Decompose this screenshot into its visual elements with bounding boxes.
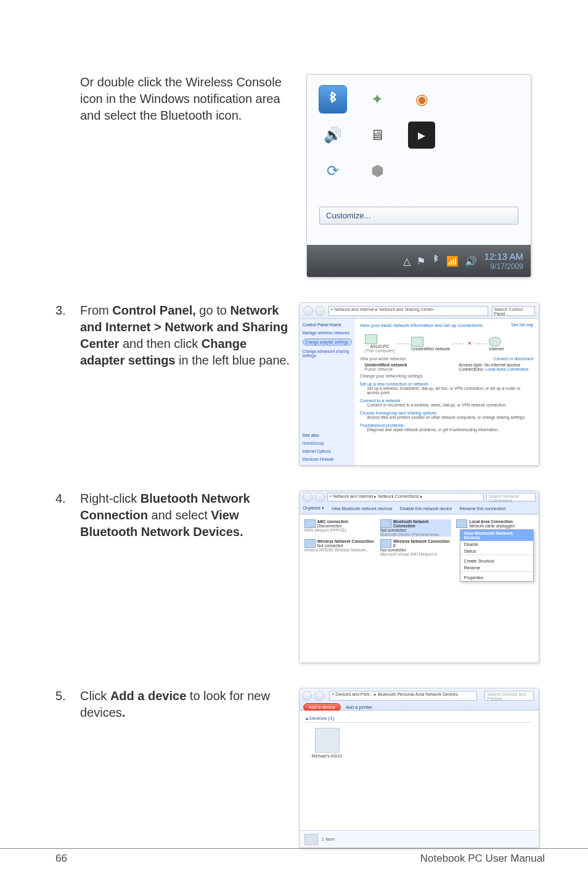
link-troubleshoot[interactable]: Troubleshoot problems xyxy=(360,423,534,427)
view-title: View your basic network information and … xyxy=(360,323,483,328)
ctx-disable[interactable]: Disable xyxy=(460,541,533,548)
device-icon xyxy=(315,728,340,753)
sync-icon[interactable]: ⟳ xyxy=(319,157,346,184)
connection-abc[interactable]: ABC connectionDisconnectedWAN Miniport (… xyxy=(304,519,375,532)
change-settings-header: Change your networking settings xyxy=(360,374,534,378)
gray-icon[interactable]: ⬢ xyxy=(364,157,391,184)
troubleshoot-desc: Diagnose and repair network problems, or… xyxy=(367,427,534,432)
left-pane: Control Panel Home Manage wireless netwo… xyxy=(300,319,355,465)
address-bar[interactable]: « Devices and Print... ▸ Bluetooth Perso… xyxy=(329,691,477,701)
ctx-rename[interactable]: Rename xyxy=(460,564,533,571)
monitor-icon[interactable]: 🖥 xyxy=(364,122,391,149)
taskbar-clock[interactable]: 12:13 AM 9/17/2009 xyxy=(484,251,523,271)
network-name: Unidentified network xyxy=(365,363,407,367)
rename-connection-tool[interactable]: Rename this connection xyxy=(459,506,505,511)
organize-menu[interactable]: Organize ▾ xyxy=(303,506,324,511)
step5-text: Click Add a device to look for new devic… xyxy=(80,688,293,721)
map-internet-icon xyxy=(489,337,501,347)
address-bar[interactable]: « Network and Internet ▸ Network and Sha… xyxy=(329,306,488,316)
see-also-header: See also xyxy=(303,433,352,437)
ctx-create-shortcut[interactable]: Create Shortcut xyxy=(460,558,533,564)
link-connect-network[interactable]: Connect to a network xyxy=(360,398,534,403)
disable-device-tool[interactable]: Disable this network device xyxy=(400,506,452,511)
clock-time: 12:13 AM xyxy=(484,251,523,262)
page-number: 66 xyxy=(55,852,67,865)
screenshot-network-sharing-center: « Network and Internet ▸ Network and Sha… xyxy=(299,302,539,466)
connection-wifi[interactable]: Wireless Network ConnectionNot connected… xyxy=(304,539,375,552)
link-setup-connection[interactable]: Set up a new connection or network xyxy=(360,382,534,386)
setup-connection-desc: Set up a wireless, broadband, dial-up, a… xyxy=(367,386,534,395)
step5-number: 5. xyxy=(55,688,80,721)
bluetooth-icon[interactable] xyxy=(319,86,346,113)
tray-chevron-icon[interactable]: △ xyxy=(403,255,410,267)
connection-wifi2[interactable]: Wireless Network Connection 2Not connect… xyxy=(380,539,451,556)
media-icon[interactable]: ▸ xyxy=(408,122,435,149)
taskbar: △ ⚑ 📶 🔊 12:13 AM 9/17/2009 xyxy=(307,245,531,277)
map-disconnect-icon: ✕ xyxy=(468,341,472,346)
screenshot-devices: « Devices and Print... ▸ Bluetooth Perso… xyxy=(299,688,539,848)
context-menu: View Bluetooth Network Devices Disable S… xyxy=(460,529,534,582)
link-homegroup-sharing[interactable]: Choose homegroup and sharing options xyxy=(360,411,534,415)
network-map: ASUS-PC(This computer) Unidentified netw… xyxy=(365,334,504,353)
step3-number: 3. xyxy=(55,302,80,369)
back-button[interactable] xyxy=(303,306,313,316)
tray-network-icon[interactable]: 📶 xyxy=(446,255,459,267)
add-printer-button[interactable]: Add a printer xyxy=(346,704,372,710)
address-bar[interactable]: « Network and Internet ▸ Network Connect… xyxy=(327,493,484,501)
volume-icon[interactable]: 🔊 xyxy=(319,122,346,149)
ctx-view-bt-devices[interactable]: View Bluetooth Network Devices xyxy=(460,530,533,541)
step4-number: 4. xyxy=(55,490,80,540)
map-pc-icon xyxy=(365,334,377,344)
link-windows-firewall[interactable]: Windows Firewall xyxy=(303,457,352,461)
view-bt-devices-tool[interactable]: View Bluetooth network devices xyxy=(332,506,393,511)
link-change-adapter-settings[interactable]: Change adapter settings xyxy=(303,339,352,345)
forward-button[interactable] xyxy=(314,691,324,701)
step3-text: From Control Panel, go to Network and In… xyxy=(80,302,293,369)
connect-disconnect-link[interactable]: Connect or disconnect xyxy=(494,357,534,361)
screenshot-network-connections: « Network and Internet ▸ Network Connect… xyxy=(299,490,539,663)
link-homegroup[interactable]: HomeGroup xyxy=(303,441,352,445)
forward-button[interactable] xyxy=(315,306,325,316)
link-change-sharing[interactable]: Change advanced sharing settings xyxy=(303,349,352,358)
homegroup-desc: Access files and printers located on oth… xyxy=(367,415,534,419)
footer-item-count: 1 item xyxy=(322,836,335,842)
search-box[interactable]: Search Devices and Printers xyxy=(484,691,534,701)
see-full-map-link[interactable]: See full map xyxy=(511,323,533,332)
forward-button[interactable] xyxy=(315,492,325,502)
footer-thumb-icon xyxy=(304,834,318,845)
connection-bluetooth[interactable]: Bluetooth Network ConnectionNot connecte… xyxy=(380,519,451,537)
manual-title: Notebook PC User Manual xyxy=(420,852,545,865)
map-network-icon xyxy=(411,337,423,347)
ctx-properties[interactable]: Properties xyxy=(460,574,533,581)
active-networks-header: View your active networks xyxy=(360,357,406,361)
link-manage-wireless[interactable]: Manage wireless networks xyxy=(303,331,352,335)
tray-volume-icon[interactable]: 🔊 xyxy=(465,255,477,267)
search-box[interactable]: Search Control Panel xyxy=(492,306,535,316)
tray-flag-icon[interactable]: ⚑ xyxy=(417,255,425,267)
clock-date: 9/17/2009 xyxy=(484,262,523,271)
devices-section-header[interactable]: ▴ Devices (1) xyxy=(306,716,533,723)
intro-text: Or double click the Wireless Console ico… xyxy=(80,75,282,122)
device-name: Michael's ASUS xyxy=(312,754,343,758)
ctx-status[interactable]: Status xyxy=(460,548,533,555)
search-box[interactable]: Search Network Connections xyxy=(486,493,536,501)
local-area-connection-link[interactable]: Local Area Connection xyxy=(485,367,528,371)
connect-network-desc: Connect or reconnect to a wireless, wire… xyxy=(367,403,534,407)
tray-bluetooth-icon[interactable] xyxy=(431,255,440,267)
screenshot-tray-popup: ✦ ◉ 🔊 🖥 ▸ ⟳ ⬢ Customize... △ ⚑ xyxy=(306,74,531,278)
device-item[interactable]: Michael's ASUS xyxy=(306,728,349,758)
link-internet-options[interactable]: Internet Options xyxy=(303,449,352,453)
connection-lan[interactable]: Local Area ConnectionNetwork cable unplu… xyxy=(456,519,527,528)
left-pane-header: Control Panel Home xyxy=(303,323,352,327)
customize-button[interactable]: Customize... xyxy=(319,207,518,225)
add-device-button[interactable]: Add a device xyxy=(303,703,341,711)
back-button[interactable] xyxy=(303,492,312,502)
wireless-console-icon[interactable]: ◉ xyxy=(408,86,435,113)
network-type: Public network xyxy=(365,367,407,371)
step4-text: Right-click Bluetooth Network Connection… xyxy=(80,490,293,540)
power-icon[interactable]: ✦ xyxy=(364,86,391,113)
back-button[interactable] xyxy=(302,691,312,701)
